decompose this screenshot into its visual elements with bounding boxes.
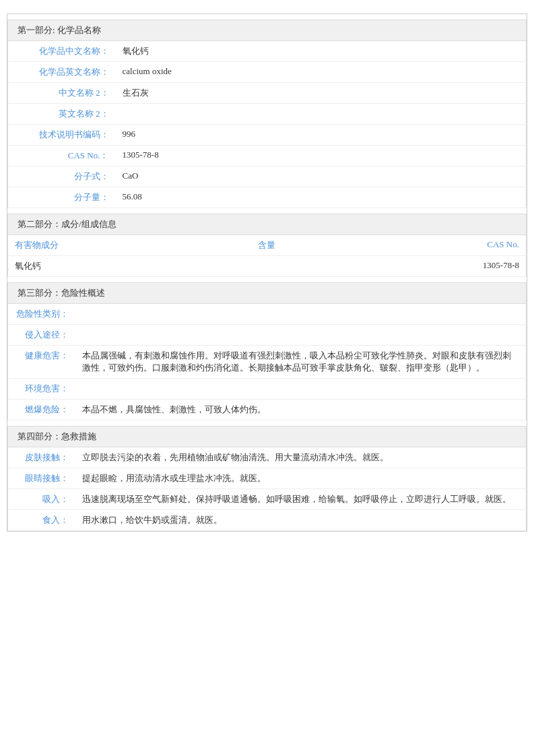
table-row: 分子量： 56.08	[8, 187, 527, 208]
field-label: 皮肤接触：	[8, 447, 75, 468]
field-label: 分子式：	[8, 166, 116, 187]
part1-table: 化学品中文名称： 氧化钙 化学品英文名称： calcium oxide 中文名称…	[7, 41, 527, 208]
field-value: 生石灰	[116, 83, 527, 104]
table-row: 中文名称 2： 生石灰	[8, 83, 527, 104]
field-label: 分子量：	[8, 187, 116, 208]
table-row: 化学品英文名称： calcium oxide	[8, 62, 527, 83]
table-row: 侵入途径：	[8, 325, 527, 346]
table-row: 眼睛接触： 提起眼睑，用流动清水或生理盐水冲洗。就医。	[8, 468, 527, 489]
table-row: 环境危害：	[8, 379, 527, 400]
part3-table: 危险性类别： 侵入途径： 健康危害： 本品属强碱，有刺激和腐蚀作用。对呼吸道有强…	[7, 304, 527, 420]
field-value: 1305-78-8	[116, 146, 527, 166]
part4-table: 皮肤接触： 立即脱去污染的衣着，先用植物油或矿物油清洗。用大量流动清水冲洗。就医…	[7, 447, 527, 531]
composition-data-row: 氧化钙 1305-78-8	[8, 256, 527, 277]
col-content-header: 含量	[158, 235, 376, 256]
field-label: 化学品英文名称：	[8, 62, 116, 83]
field-value	[75, 304, 527, 325]
composition-header-row: 有害物成分 含量 CAS No.	[8, 235, 527, 256]
field-value: 56.08	[116, 187, 527, 208]
field-label: 化学品中文名称：	[8, 41, 116, 62]
field-label: 侵入途径：	[8, 325, 75, 346]
field-value: calcium oxide	[116, 62, 527, 83]
table-row: 化学品中文名称： 氧化钙	[8, 41, 527, 62]
part4-header: 第四部分：急救措施	[7, 426, 527, 447]
part3-header: 第三部分：危险性概述	[7, 282, 527, 304]
table-row: 皮肤接触： 立即脱去污染的衣着，先用植物油或矿物油清洗。用大量流动清水冲洗。就医…	[8, 447, 527, 468]
table-row: CAS No.： 1305-78-8	[8, 146, 527, 166]
col-hazard-header: 有害物成分	[8, 235, 158, 256]
hazard-cas: 1305-78-8	[376, 256, 527, 277]
table-row: 技术说明书编码： 996	[8, 125, 527, 146]
field-value: 立即脱去污染的衣着，先用植物油或矿物油清洗。用大量流动清水冲洗。就医。	[75, 447, 527, 468]
field-value: 提起眼睑，用流动清水或生理盐水冲洗。就医。	[75, 468, 527, 489]
part2-table: 有害物成分 含量 CAS No. 氧化钙 1305-78-8	[7, 235, 527, 277]
field-label: 英文名称 2：	[8, 104, 116, 125]
field-label: 眼睛接触：	[8, 468, 75, 489]
field-value: 用水漱口，给饮牛奶或蛋清。就医。	[75, 510, 527, 531]
hazard-content	[158, 256, 376, 277]
table-row: 燃爆危险： 本品不燃，具腐蚀性、刺激性，可致人体灼伤。	[8, 400, 527, 420]
field-value: 本品属强碱，有刺激和腐蚀作用。对呼吸道有强烈刺激性，吸入本品粉尘可致化学性肺炎。…	[75, 346, 527, 379]
hazard-name: 氧化钙	[8, 256, 158, 277]
field-label: CAS No.：	[8, 146, 116, 166]
field-label: 燃爆危险：	[8, 400, 75, 420]
field-label: 危险性类别：	[8, 304, 75, 325]
table-row: 健康危害： 本品属强碱，有刺激和腐蚀作用。对呼吸道有强烈刺激性，吸入本品粉尘可致…	[8, 346, 527, 379]
field-label: 技术说明书编码：	[8, 125, 116, 146]
field-label: 环境危害：	[8, 379, 75, 400]
field-value: 996	[116, 125, 527, 146]
part2-header: 第二部分：成分/组成信息	[7, 214, 527, 235]
field-value: CaO	[116, 166, 527, 187]
table-row: 危险性类别：	[8, 304, 527, 325]
table-row: 分子式： CaO	[8, 166, 527, 187]
field-value	[75, 379, 527, 400]
field-label: 食入：	[8, 510, 75, 531]
field-label: 吸入：	[8, 489, 75, 510]
field-value	[75, 325, 527, 346]
table-row: 吸入： 迅速脱离现场至空气新鲜处。保持呼吸道通畅。如呼吸困难，给输氧。如呼吸停止…	[8, 489, 527, 510]
field-label: 健康危害：	[8, 346, 75, 379]
field-value	[116, 104, 527, 125]
col-cas-header: CAS No.	[376, 235, 527, 256]
table-row: 食入： 用水漱口，给饮牛奶或蛋清。就医。	[8, 510, 527, 531]
field-value: 氧化钙	[116, 41, 527, 62]
table-row: 英文名称 2：	[8, 104, 527, 125]
field-value: 迅速脱离现场至空气新鲜处。保持呼吸道通畅。如呼吸困难，给输氧。如呼吸停止，立即进…	[75, 489, 527, 510]
part1-header: 第一部分: 化学品名称	[7, 20, 527, 41]
field-value: 本品不燃，具腐蚀性、刺激性，可致人体灼伤。	[75, 400, 527, 420]
document-container: 第一部分: 化学品名称 化学品中文名称： 氧化钙 化学品英文名称： calciu…	[7, 13, 527, 532]
field-label: 中文名称 2：	[8, 83, 116, 104]
